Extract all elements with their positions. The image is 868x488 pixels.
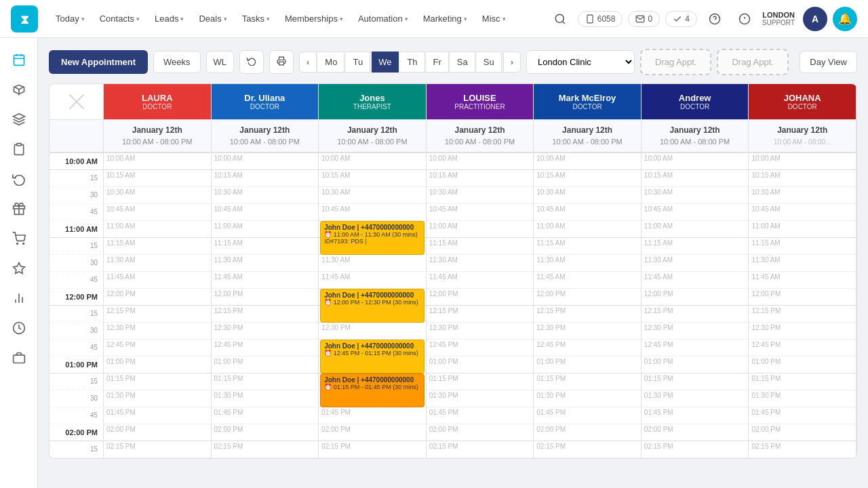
calendar-cell[interactable]: 12:00 PM bbox=[642, 289, 749, 306]
calendar-cell[interactable]: 10:15 AM bbox=[319, 170, 426, 187]
sidebar-icon-gift[interactable] bbox=[5, 195, 33, 222]
day-tab-su[interactable]: Su bbox=[477, 52, 502, 73]
calendar-cell[interactable]: 11:00 AM bbox=[212, 221, 319, 238]
calendar-cell[interactable]: 01:15 PM bbox=[212, 373, 319, 390]
calendar-cell[interactable]: 11:45 AM bbox=[319, 272, 426, 289]
calendar-cell[interactable]: 01:15 PM bbox=[427, 373, 534, 390]
appointment-appt1[interactable]: John Doe | +4470000000000 ⏰ 11:00 AM - 1… bbox=[320, 221, 425, 255]
calendar-cell[interactable]: 02:15 PM bbox=[104, 441, 211, 458]
calendar-cell[interactable]: 10:15 AM bbox=[749, 170, 856, 187]
calendar-cell[interactable]: 12:30 PM bbox=[212, 323, 319, 340]
sidebar-icon-clipboard[interactable] bbox=[5, 136, 33, 163]
calendar-cell[interactable]: 01:45 PM bbox=[749, 407, 856, 424]
calendar-cell[interactable]: 01:00 PM bbox=[749, 357, 856, 373]
doctor-column-2[interactable]: 10:00 AM10:15 AM10:30 AM10:45 AM11:00 AM… bbox=[319, 153, 427, 458]
new-appointment-button[interactable]: New Appointment bbox=[49, 50, 148, 74]
calendar-cell[interactable]: 12:00 PM bbox=[212, 289, 319, 306]
calendar-cell[interactable]: 02:00 PM bbox=[534, 424, 641, 441]
calendar-cell[interactable]: 11:00 AM bbox=[534, 221, 641, 238]
day-view-button[interactable]: Day View bbox=[800, 51, 857, 73]
calendar-cell[interactable]: 12:15 PM bbox=[534, 306, 641, 323]
calendar-cell[interactable]: 11:45 AM bbox=[427, 272, 534, 289]
day-tab-mo[interactable]: Mo bbox=[318, 52, 344, 73]
calendar-cell[interactable]: 11:45 AM bbox=[534, 272, 641, 289]
day-tab-sa[interactable]: Sa bbox=[450, 52, 475, 73]
doctor-column-1[interactable]: 10:00 AM10:15 AM10:30 AM10:45 AM11:00 AM… bbox=[212, 153, 319, 458]
calendar-cell[interactable]: 01:15 PM bbox=[534, 373, 641, 390]
nav-automation[interactable]: Automation ▾ bbox=[351, 9, 415, 28]
calendar-cell[interactable]: 11:15 AM bbox=[104, 238, 211, 255]
appointment-appt3[interactable]: John Doe | +4470000000000 ⏰ 12:45 PM - 0… bbox=[320, 340, 425, 373]
calendar-cell[interactable]: 10:15 AM bbox=[104, 170, 211, 187]
calendar-cell[interactable]: 11:00 AM bbox=[642, 221, 749, 238]
calendar-cell[interactable]: 02:00 PM bbox=[319, 424, 426, 441]
nav-deals[interactable]: Deals ▾ bbox=[192, 9, 233, 28]
calendar-cell[interactable]: 02:15 PM bbox=[212, 441, 319, 458]
sidebar-icon-history[interactable] bbox=[5, 165, 33, 192]
calendar-cell[interactable]: 02:15 PM bbox=[534, 441, 641, 458]
wl-button[interactable]: WL bbox=[206, 51, 235, 73]
calendar-cell[interactable]: 10:00 AM bbox=[749, 153, 856, 170]
calendar-cell[interactable]: 10:45 AM bbox=[427, 204, 534, 221]
calendar-cell[interactable]: 01:30 PM bbox=[749, 390, 856, 407]
sidebar-icon-clock[interactable] bbox=[5, 314, 33, 342]
calendar-cell[interactable]: 12:30 PM bbox=[319, 323, 426, 340]
nav-contacts[interactable]: Contacts ▾ bbox=[93, 9, 146, 28]
calendar-cell[interactable]: 10:30 AM bbox=[212, 187, 319, 204]
calendar-cell[interactable]: 01:45 PM bbox=[534, 407, 641, 424]
calendar-cell[interactable]: 11:30 AM bbox=[427, 255, 534, 272]
calendar-cell[interactable]: 10:30 AM bbox=[427, 187, 534, 204]
calendar-cell[interactable]: 10:30 AM bbox=[642, 187, 749, 204]
calendar-cell[interactable]: 10:15 AM bbox=[642, 170, 749, 187]
calendar-cell[interactable]: 11:15 AM bbox=[427, 238, 534, 255]
weeks-button[interactable]: Weeks bbox=[153, 51, 201, 73]
calendar-cell[interactable]: 12:45 PM bbox=[534, 340, 641, 357]
calendar-cell[interactable]: 01:30 PM bbox=[427, 390, 534, 407]
calendar-cell[interactable]: 01:45 PM bbox=[642, 407, 749, 424]
calendar-cell[interactable]: 11:15 AM bbox=[642, 238, 749, 255]
calendar-cell[interactable]: 10:45 AM bbox=[749, 204, 856, 221]
drag-appt-box-2[interactable]: Drag Appt. bbox=[717, 49, 788, 75]
calendar-cell[interactable]: 11:45 AM bbox=[104, 272, 211, 289]
calendar-cell[interactable]: 11:30 AM bbox=[212, 255, 319, 272]
calendar-cell[interactable]: 01:45 PM bbox=[104, 407, 211, 424]
calendar-cell[interactable]: 01:30 PM bbox=[104, 390, 211, 407]
calendar-cell[interactable]: 11:30 AM bbox=[319, 255, 426, 272]
sidebar-icon-layers[interactable] bbox=[5, 106, 33, 133]
calendar-cell[interactable]: 12:00 PM bbox=[104, 289, 211, 306]
calendar-cell[interactable]: 11:30 AM bbox=[534, 255, 641, 272]
calendar-cell[interactable]: 12:00 PM bbox=[749, 289, 856, 306]
calendar-cell[interactable]: 02:00 PM bbox=[427, 424, 534, 441]
calendar-cell[interactable]: 10:45 AM bbox=[104, 204, 211, 221]
calendar-cell[interactable]: 10:15 AM bbox=[212, 170, 319, 187]
calendar-cell[interactable]: 10:00 AM bbox=[104, 153, 211, 170]
calendar-cell[interactable]: 01:00 PM bbox=[104, 357, 211, 373]
user-avatar[interactable]: A bbox=[803, 7, 827, 31]
calendar-cell[interactable]: 10:45 AM bbox=[642, 204, 749, 221]
calendar-cell[interactable]: 10:45 AM bbox=[534, 204, 641, 221]
appointment-appt4[interactable]: John Doe | +4470000000000 ⏰ 01:15 PM - 0… bbox=[320, 373, 425, 407]
doctor-column-6[interactable]: 10:00 AM10:15 AM10:30 AM10:45 AM11:00 AM… bbox=[749, 153, 856, 458]
calendar-cell[interactable]: 02:15 PM bbox=[642, 441, 749, 458]
day-tab-we[interactable]: We bbox=[372, 52, 399, 73]
doctor-column-4[interactable]: 10:00 AM10:15 AM10:30 AM10:45 AM11:00 AM… bbox=[534, 153, 642, 458]
calendar-cell[interactable]: 12:45 PM bbox=[749, 340, 856, 357]
calendar-cell[interactable]: 11:30 AM bbox=[749, 255, 856, 272]
calendar-cell[interactable]: 02:00 PM bbox=[104, 424, 211, 441]
print-button[interactable] bbox=[269, 50, 294, 74]
next-day-button[interactable]: › bbox=[503, 52, 521, 73]
drag-appt-box-1[interactable]: Drag Appt. bbox=[640, 49, 711, 75]
calendar-cell[interactable]: 12:30 PM bbox=[427, 323, 534, 340]
day-tab-tu[interactable]: Tu bbox=[346, 52, 370, 73]
calendar-cell[interactable]: 11:45 AM bbox=[212, 272, 319, 289]
sidebar-icon-star[interactable] bbox=[5, 255, 33, 282]
calendar-cell[interactable]: 12:15 PM bbox=[642, 306, 749, 323]
app-logo[interactable]: ⧗ bbox=[11, 5, 38, 33]
calendar-cell[interactable]: 11:00 AM bbox=[427, 221, 534, 238]
calendar-cell[interactable]: 12:45 PM bbox=[642, 340, 749, 357]
calendar-cell[interactable]: 10:00 AM bbox=[642, 153, 749, 170]
calendar-cell[interactable]: 12:30 PM bbox=[749, 323, 856, 340]
calendar-cell[interactable]: 01:30 PM bbox=[534, 390, 641, 407]
calendar-cell[interactable]: 01:00 PM bbox=[534, 357, 641, 373]
sidebar-icon-box[interactable] bbox=[5, 76, 33, 103]
